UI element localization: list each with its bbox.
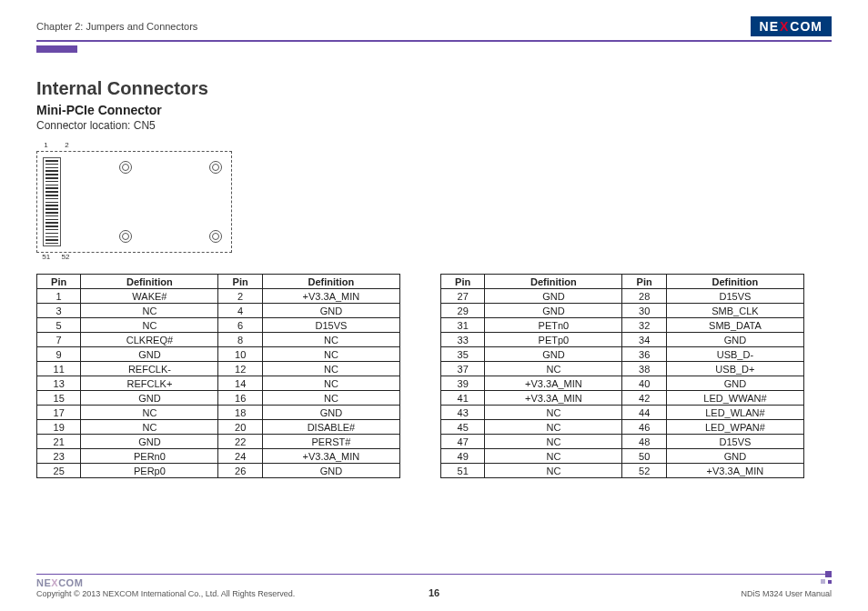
pin-cell: 24 [218, 449, 262, 464]
table-row: 17NC18GND [37, 406, 400, 420]
pin-cell: 31 [441, 318, 485, 333]
mounting-hole-icon [119, 161, 132, 174]
pin-cell: 6 [218, 318, 262, 333]
table-row: 13REFCLK+14NC [37, 376, 400, 391]
pin-cell: 10 [218, 347, 262, 362]
definition-cell: LED_WPAN# [666, 420, 803, 435]
table-row: 41+V3.3A_MIN42LED_WWAN# [441, 391, 804, 406]
pin-cell: 26 [218, 464, 262, 478]
pin-label-52: 52 [62, 253, 70, 261]
pin-label-1: 1 [44, 141, 47, 149]
pin-cell: 45 [441, 420, 485, 435]
pin-table-left: Pin Definition Pin Definition 1WAKE#2+V3… [36, 274, 400, 478]
definition-cell: DISABLE# [262, 420, 399, 435]
definition-cell: WAKE# [81, 289, 218, 304]
definition-cell: +V3.3A_MIN [485, 376, 622, 391]
definition-cell: NC [485, 435, 622, 449]
pin-cell: 1 [37, 289, 81, 304]
table-row: 25PERp026GND [37, 464, 400, 478]
definition-cell: REFCLK+ [81, 376, 218, 391]
mounting-hole-icon [209, 230, 222, 243]
definition-cell: LED_WLAN# [666, 406, 803, 420]
logo-text-post: COM [790, 19, 823, 34]
definition-cell: USB_D- [666, 347, 803, 362]
section-title: Mini-PCIe Connector [36, 103, 832, 117]
th-def: Definition [262, 275, 399, 289]
definition-cell: LED_WWAN# [666, 391, 803, 406]
page-number: 16 [36, 587, 832, 598]
definition-cell: GND [81, 435, 218, 449]
definition-cell: GND [81, 391, 218, 406]
table-row: 51NC52+V3.3A_MIN [441, 464, 804, 478]
page-title: Internal Connectors [36, 78, 832, 99]
pin-cell: 49 [441, 449, 485, 464]
mounting-hole-icon [209, 161, 222, 174]
pin-cell: 2 [218, 289, 262, 304]
table-row: 31PETn032SMB_DATA [441, 318, 804, 333]
definition-cell: NC [485, 420, 622, 435]
definition-cell: GND [485, 289, 622, 304]
connector-diagram: 1 2 51 52 [36, 141, 832, 261]
pin-label-51: 51 [42, 253, 50, 261]
definition-cell: D15VS [262, 318, 399, 333]
definition-cell: NC [262, 347, 399, 362]
table-row: 43NC44LED_WLAN# [441, 406, 804, 420]
table-row: 45NC46LED_WPAN# [441, 420, 804, 435]
definition-cell: +V3.3A_MIN [262, 449, 399, 464]
table-row: 33PETp034GND [441, 333, 804, 347]
table-row: 35GND36USB_D- [441, 347, 804, 362]
pin-cell: 36 [622, 347, 666, 362]
connector-strip [43, 157, 61, 246]
pin-cell: 22 [218, 435, 262, 449]
definition-cell: GND [81, 347, 218, 362]
logo-text-x: X [780, 19, 789, 34]
pin-label-2: 2 [65, 141, 68, 149]
pin-cell: 20 [218, 420, 262, 435]
th-def: Definition [81, 275, 218, 289]
th-pin: Pin [622, 275, 666, 289]
pin-cell: 50 [622, 449, 666, 464]
table-row: 11REFCLK-12NC [37, 362, 400, 376]
table-row: 1WAKE#2+V3.3A_MIN [37, 289, 400, 304]
pin-cell: 40 [622, 376, 666, 391]
definition-cell: NC [485, 464, 622, 478]
pin-cell: 28 [622, 289, 666, 304]
pin-cell: 7 [37, 333, 81, 347]
definition-cell: D15VS [666, 289, 803, 304]
pin-cell: 39 [441, 376, 485, 391]
pin-cell: 33 [441, 333, 485, 347]
table-row: 15GND16NC [37, 391, 400, 406]
table-row: 37NC38USB_D+ [441, 362, 804, 376]
definition-cell: PETp0 [485, 333, 622, 347]
header-rule [36, 40, 832, 42]
pin-cell: 17 [37, 406, 81, 420]
definition-cell: USB_D+ [666, 362, 803, 376]
table-row: 29GND30SMB_CLK [441, 304, 804, 318]
pin-cell: 47 [441, 435, 485, 449]
definition-cell: GND [666, 376, 803, 391]
table-row: 19NC20DISABLE# [37, 420, 400, 435]
definition-cell: SMB_DATA [666, 318, 803, 333]
table-row: 23PERn024+V3.3A_MIN [37, 449, 400, 464]
connector-location: Connector location: CN5 [36, 119, 832, 132]
definition-cell: PERST# [262, 435, 399, 449]
pin-cell: 38 [622, 362, 666, 376]
pin-cell: 3 [37, 304, 81, 318]
definition-cell: PERp0 [81, 464, 218, 478]
table-row: 21GND22PERST# [37, 435, 400, 449]
th-pin: Pin [37, 275, 81, 289]
table-row: 47NC48D15VS [441, 435, 804, 449]
pin-cell: 52 [622, 464, 666, 478]
definition-cell: NC [485, 362, 622, 376]
definition-cell: NC [262, 376, 399, 391]
pin-cell: 19 [37, 420, 81, 435]
table-row: 9GND10NC [37, 347, 400, 362]
definition-cell: +V3.3A_MIN [485, 391, 622, 406]
pin-cell: 34 [622, 333, 666, 347]
pin-cell: 18 [218, 406, 262, 420]
mounting-hole-icon [119, 230, 132, 243]
definition-cell: GND [262, 406, 399, 420]
pin-cell: 4 [218, 304, 262, 318]
pin-cell: 15 [37, 391, 81, 406]
table-row: 49NC50GND [441, 449, 804, 464]
